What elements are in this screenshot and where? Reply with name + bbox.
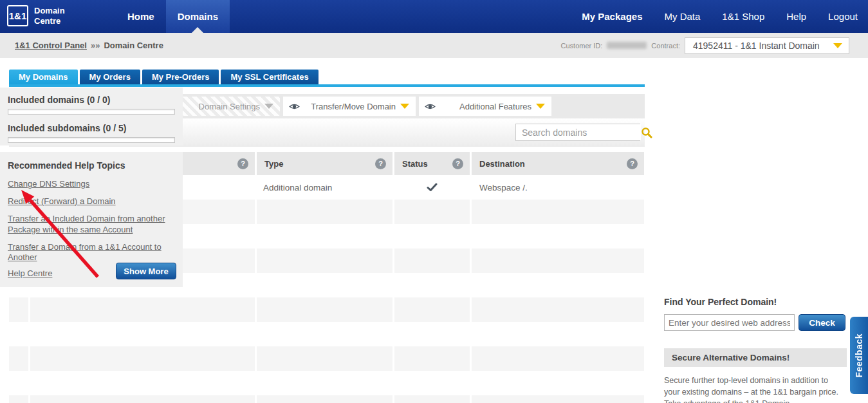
brand-logo[interactable]: 1&1 — [7, 5, 28, 26]
customer-id-label: Customer ID: — [561, 42, 603, 50]
nav-item-shop[interactable]: 1&1 Shop — [722, 0, 764, 33]
help-icon[interactable]: ? — [627, 158, 638, 169]
help-topics-panel: Recommended Help Topics Change DNS Setti… — [0, 152, 183, 287]
breadcrumb: 1&1 Control Panel»»Domain Centre — [15, 33, 163, 58]
domain-tabs: My Domains My Orders My Pre-Orders My SS… — [9, 70, 319, 84]
active-nav-notch — [192, 27, 203, 33]
eye-icon — [289, 101, 300, 112]
tab-my-orders[interactable]: My Orders — [80, 70, 140, 84]
tab-my-pre-orders[interactable]: My Pre-Orders — [142, 70, 219, 84]
row-status-cell — [394, 175, 470, 200]
chevron-down-icon — [833, 43, 842, 48]
help-link-redirect[interactable]: Redirect (Forward) a Domain — [8, 196, 175, 207]
utility-nav: My Packages My Data 1&1 Shop Help Logout — [582, 0, 858, 33]
account-info: Customer ID: Contract: 41952411 - 1&1 In… — [561, 33, 849, 58]
active-tab-underline — [9, 84, 645, 87]
chevron-down-icon — [536, 104, 545, 109]
chevron-down-icon — [400, 104, 409, 109]
header-status: Status ? — [394, 152, 470, 175]
chevron-down-icon — [264, 104, 273, 109]
nav-item-my-packages[interactable]: My Packages — [582, 0, 642, 33]
usage-panel: Included domains (0 / 0) Included subdom… — [0, 88, 183, 145]
contract-dropdown-value: 41952411 - 1&1 Instant Domain — [693, 41, 833, 51]
help-icon[interactable]: ? — [452, 158, 463, 169]
primary-nav: Home Domains — [116, 0, 230, 33]
breadcrumb-current: Domain Centre — [104, 41, 163, 50]
additional-features-button[interactable]: Additional Features — [419, 97, 551, 116]
help-link-transfer-included[interactable]: Transfer an Included Domain from another… — [8, 214, 175, 236]
domain-destination: Webspace /. — [472, 183, 528, 192]
top-navbar: 1&1 Domain Centre Home Domains My Packag… — [0, 0, 868, 33]
included-subdomains-label: Included subdomains (0 / 5) — [8, 123, 175, 133]
check-domain-button[interactable]: Check — [799, 314, 845, 331]
header-type: Type ? — [257, 152, 392, 175]
nav-item-my-data[interactable]: My Data — [665, 0, 701, 33]
help-topics-title: Recommended Help Topics — [8, 160, 175, 171]
help-link-transfer-account[interactable]: Transfer a Domain from a 1&1 Account to … — [8, 242, 175, 264]
domain-type: Additional domain — [257, 183, 332, 192]
domain-search-input[interactable] — [664, 314, 795, 331]
tab-my-ssl-certificates[interactable]: My SSL Certificates — [221, 70, 318, 84]
nav-item-home[interactable]: Home — [116, 0, 166, 33]
table-row-empty — [9, 322, 645, 346]
header-status-label: Status — [402, 159, 428, 169]
included-subdomains-progressbar — [8, 137, 175, 143]
help-centre-link[interactable]: Help Centre — [8, 268, 52, 279]
domain-centre-page: { "brand": { "logo": "1&1", "product": "… — [0, 0, 868, 403]
nav-item-logout[interactable]: Logout — [828, 0, 858, 33]
promo-title: Secure Alternative Domains! — [672, 353, 790, 362]
feedback-tab-label: Feedback — [854, 333, 864, 378]
status-check-icon — [427, 183, 438, 192]
domain-search-title: Find Your Perfect Domain! — [664, 297, 847, 307]
help-footer: Help Centre Show More — [8, 263, 176, 279]
row-type-cell: Additional domain — [257, 175, 392, 200]
header-destination-label: Destination — [479, 159, 525, 169]
table-row-empty — [9, 395, 645, 403]
breadcrumb-separator: »» — [87, 41, 104, 50]
breadcrumb-bar: 1&1 Control Panel»»Domain Centre Custome… — [0, 33, 868, 58]
additional-features-label: Additional Features — [459, 102, 536, 111]
table-row-empty — [9, 297, 645, 322]
help-icon[interactable]: ? — [237, 158, 248, 169]
table-row-empty — [9, 346, 645, 371]
nav-item-domains[interactable]: Domains — [166, 0, 230, 33]
feedback-tab[interactable]: Feedback — [850, 317, 868, 394]
help-icon[interactable]: ? — [375, 158, 386, 169]
domain-settings-label: Domain Settings — [199, 102, 264, 111]
nav-item-help[interactable]: Help — [786, 0, 806, 33]
contract-dropdown[interactable]: 41952411 - 1&1 Instant Domain — [685, 37, 849, 54]
show-more-button[interactable]: Show More — [116, 263, 176, 279]
contract-label: Contract: — [651, 42, 680, 50]
product-name: Domain Centre — [34, 6, 77, 27]
domain-search-section: Find Your Perfect Domain! Check — [664, 297, 847, 331]
table-row-empty — [9, 371, 645, 395]
included-domains-label: Included domains (0 / 0) — [8, 95, 175, 105]
nav-item-domains-label: Domains — [178, 11, 218, 22]
header-destination: Destination ? — [472, 152, 644, 175]
breadcrumb-control-panel-link[interactable]: 1&1 Control Panel — [15, 41, 87, 50]
customer-id-redacted — [607, 42, 647, 49]
included-domains-progressbar — [8, 109, 175, 115]
help-link-dns[interactable]: Change DNS Settings — [8, 179, 175, 190]
eye-icon — [425, 101, 436, 112]
search-box — [515, 124, 640, 141]
header-type-label: Type — [264, 159, 283, 169]
tab-my-domains[interactable]: My Domains — [9, 70, 78, 84]
search-icon[interactable] — [641, 127, 652, 138]
transfer-move-domain-button[interactable]: Transfer/Move Domain — [283, 97, 416, 116]
row-destination-cell: Webspace /. — [472, 175, 644, 200]
promo-text: Secure further top-level domains in addi… — [664, 375, 842, 403]
transfer-move-domain-label: Transfer/Move Domain — [311, 102, 400, 111]
search-input[interactable] — [516, 124, 641, 140]
promo-title-band: Secure Alternative Domains! — [664, 348, 847, 367]
